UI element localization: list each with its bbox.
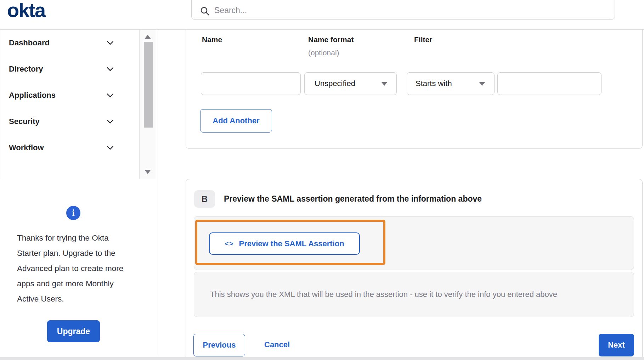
sidebar-item-applications[interactable]: Applications (0, 82, 156, 108)
upsell-message: Thanks for trying the Okta Starter plan.… (17, 230, 134, 306)
info-icon: i (66, 206, 80, 220)
filter-operator-value: Starts with (416, 79, 452, 88)
name-format-optional-label: (optional) (308, 49, 339, 57)
okta-logo: okta (7, 0, 45, 22)
sidebar-item-security[interactable]: Security (0, 108, 156, 135)
chevron-down-icon (107, 119, 114, 124)
okta-admin-page: okta Search... Dashboard Directory Appli… (0, 0, 644, 360)
chevron-down-icon (107, 67, 114, 71)
global-search[interactable]: Search... (191, 0, 615, 20)
sidebar-item-label: Dashboard (9, 38, 50, 47)
previous-button[interactable]: Previous (193, 334, 245, 356)
name-column-label: Name (202, 35, 222, 44)
filter-column-label: Filter (414, 35, 432, 44)
preview-description-box: This shows you the XML that will be used… (194, 272, 634, 317)
next-button[interactable]: Next (599, 334, 634, 356)
chevron-down-icon (107, 146, 114, 150)
bottom-strip (0, 357, 644, 360)
caret-down-icon (382, 82, 387, 86)
cancel-link[interactable]: Cancel (264, 340, 290, 349)
caret-down-icon (479, 82, 485, 86)
scrollbar-thumb[interactable] (144, 42, 153, 128)
sidebar-item-directory[interactable]: Directory (0, 56, 156, 82)
sidebar-item-dashboard[interactable]: Dashboard (0, 30, 156, 56)
preview-button-label: Preview the SAML Assertion (239, 239, 344, 248)
sidebar-item-label: Workflow (9, 143, 44, 152)
preview-saml-assertion-button[interactable]: <> Preview the SAML Assertion (209, 232, 360, 255)
preview-description-text: This shows you the XML that will be used… (210, 290, 557, 299)
saml-preview-title: Preview the SAML assertion generated fro… (224, 194, 482, 204)
code-icon: <> (225, 240, 234, 248)
upgrade-button[interactable]: Upgrade (47, 320, 100, 342)
name-format-value: Unspecified (315, 79, 355, 88)
scroll-up-arrow-icon[interactable] (145, 35, 151, 39)
search-icon (200, 6, 209, 16)
scroll-down-arrow-icon[interactable] (145, 170, 151, 174)
chevron-down-icon (107, 41, 114, 45)
sidebar-item-label: Directory (9, 64, 43, 74)
add-another-button[interactable]: Add Another (200, 109, 272, 133)
sidebar-nav: Dashboard Directory Applications Securit… (0, 30, 156, 179)
step-b-badge: B (194, 190, 215, 208)
sidebar-scrollbar[interactable] (139, 30, 156, 179)
filter-operator-select[interactable]: Starts with (407, 72, 495, 95)
chevron-down-icon (107, 93, 114, 97)
sidebar-item-label: Applications (9, 91, 56, 100)
content-divider (156, 179, 156, 357)
sidebar-item-label: Security (9, 117, 40, 126)
filter-value-input[interactable] (497, 72, 601, 95)
name-format-select[interactable]: Unspecified (304, 72, 397, 95)
search-placeholder: Search... (214, 6, 247, 15)
attribute-name-input[interactable] (201, 72, 301, 95)
name-format-column-label: Name format (308, 35, 354, 44)
sidebar-item-workflow[interactable]: Workflow (0, 135, 156, 161)
